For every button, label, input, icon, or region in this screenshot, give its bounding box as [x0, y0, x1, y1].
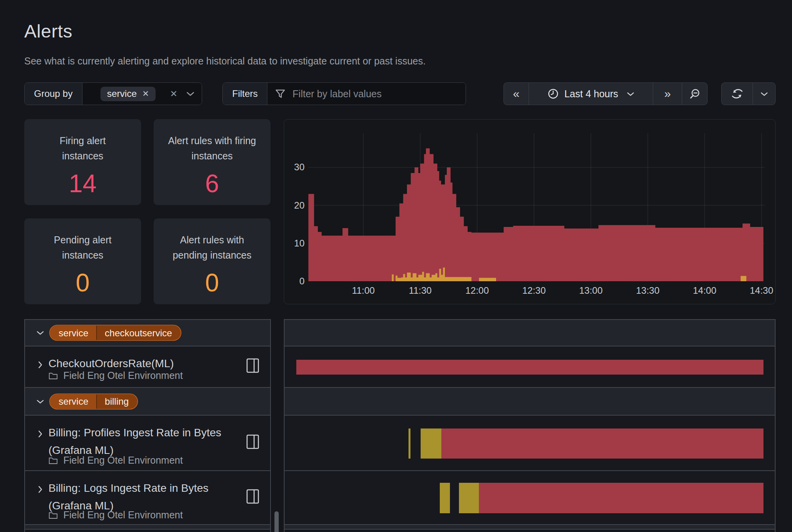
timeline-rule-row[interactable] [285, 471, 775, 525]
clock-icon [547, 88, 559, 100]
time-shift-forward-button[interactable]: » [653, 82, 682, 105]
y-axis-tick-label: 0 [284, 276, 305, 287]
split-columns-icon[interactable] [246, 489, 259, 504]
state-segment-pending[interactable] [459, 483, 479, 513]
x-axis-tick-label: 13:00 [573, 285, 609, 296]
badge-key: service [50, 394, 96, 409]
group-header-checkoutservice[interactable]: service checkoutservice [25, 320, 270, 346]
zoom-out-button[interactable] [682, 82, 708, 105]
stat-panel-firing-instances: Firing alert instances 14 [24, 119, 141, 205]
time-range-picker-button[interactable]: Last 4 hours [529, 82, 653, 105]
state-segment-firing[interactable] [479, 483, 763, 513]
filter-placeholder: Filter by label values [292, 88, 382, 100]
x-axis-tick-label: 11:00 [346, 285, 382, 296]
chevron-down-icon[interactable] [36, 399, 45, 404]
alert-history-area-chart [284, 120, 776, 304]
x-axis-tick-label: 13:30 [630, 285, 666, 296]
group-by-control: Group by service ✕ ✕ [24, 82, 202, 105]
group-by-label: Group by [25, 83, 82, 105]
alert-rule-row[interactable]: CheckoutOrdersRate(ML) Field Eng Otel En… [25, 346, 270, 388]
chevron-down-icon[interactable] [36, 330, 45, 336]
x-axis-tick-label: 11:30 [402, 285, 438, 296]
chip-remove-icon[interactable]: ✕ [142, 89, 149, 98]
time-shift-back-button[interactable]: « [504, 82, 529, 105]
split-columns-icon[interactable] [246, 434, 259, 449]
timeline-group-row [285, 320, 775, 346]
alert-rule-row[interactable]: Billing: Profiles Ingest Rate in Bytes (… [25, 416, 270, 471]
filter-input[interactable]: Filter by label values [267, 83, 466, 105]
group-header-partial [25, 525, 270, 530]
state-segment-firing[interactable] [296, 360, 763, 375]
y-axis-tick-label: 30 [284, 162, 305, 173]
page-subtitle: See what is currently alerting and explo… [24, 55, 426, 67]
folder-icon [48, 511, 58, 519]
split-columns-icon[interactable] [246, 358, 259, 373]
badge-value: billing [96, 394, 137, 409]
chevron-right-icon[interactable] [38, 430, 43, 438]
refresh-interval-button[interactable] [753, 82, 776, 105]
refresh-controls [721, 82, 776, 105]
timeline-rule-row[interactable] [285, 416, 775, 471]
alert-rule-folder: Field Eng Otel Environment [48, 370, 183, 381]
group-header-billing[interactable]: service billing [25, 388, 270, 416]
stat-panel-pending-rules: Alert rules with pending instances 0 [154, 218, 271, 304]
group-by-input[interactable]: service ✕ ✕ [82, 83, 202, 105]
y-axis-tick-label: 20 [284, 200, 305, 211]
funnel-icon [274, 88, 286, 100]
badge-key: service [50, 326, 96, 340]
stat-value: 14 [69, 169, 97, 198]
stat-title: Alert rules with pending instances [167, 232, 257, 263]
filters-control: Filters Filter by label values [222, 82, 466, 105]
chevron-right-icon[interactable] [38, 485, 43, 494]
group-label-badge: service checkoutservice [49, 325, 181, 341]
group-by-chip-label: service [107, 88, 137, 99]
stat-title: Pending alert instances [38, 232, 128, 263]
chevron-right-icon[interactable] [38, 361, 43, 369]
list-scrollbar[interactable] [274, 511, 279, 532]
stat-value: 0 [76, 268, 90, 297]
double-chevron-left-icon: « [513, 88, 520, 100]
timeline-rule-row[interactable] [285, 346, 775, 388]
alerts-page: Alerts See what is currently alerting an… [0, 0, 792, 532]
double-chevron-right-icon: » [664, 88, 671, 100]
timeline-group-row [285, 388, 775, 416]
y-axis-tick-label: 10 [284, 238, 305, 249]
alert-rule-row[interactable]: Billing: Logs Ingest Rate in Bytes (Graf… [25, 471, 270, 525]
page-title: Alerts [24, 20, 72, 42]
alert-history-chart[interactable]: 010203011:0011:3012:0012:3013:0013:3014:… [284, 119, 776, 304]
group-label-badge: service billing [49, 393, 138, 409]
stat-panel-firing-rules: Alert rules with firing instances 6 [154, 119, 271, 205]
x-axis-tick-label: 12:30 [516, 285, 552, 296]
state-segment-pending[interactable] [440, 483, 450, 513]
time-range-label: Last 4 hours [564, 88, 618, 100]
group-by-chip[interactable]: service ✕ [100, 87, 156, 101]
chevron-down-icon [760, 91, 768, 96]
stat-value: 0 [205, 268, 219, 297]
refresh-icon [731, 87, 744, 100]
state-segment-pending[interactable] [421, 428, 441, 459]
badge-value: checkoutservice [96, 326, 181, 340]
refresh-button[interactable] [721, 82, 753, 105]
chevron-down-icon[interactable] [186, 91, 195, 96]
stat-panel-pending-instances: Pending alert instances 0 [24, 218, 141, 304]
alert-rule-title: Billing: Profiles Ingest Rate in Bytes (… [48, 424, 246, 459]
x-axis-tick-label: 14:30 [744, 285, 776, 296]
filters-label: Filters [223, 83, 267, 105]
timeline-group-row [285, 525, 775, 530]
x-axis-tick-label: 12:00 [459, 285, 495, 296]
alert-rule-folder: Field Eng Otel Environment [48, 509, 183, 521]
state-segment-firing[interactable] [441, 428, 763, 459]
x-axis-tick-label: 14:00 [687, 285, 723, 296]
time-range-controls: « Last 4 hours » [504, 82, 708, 105]
clear-all-icon[interactable]: ✕ [170, 89, 177, 99]
alert-rule-list: service checkoutservice CheckoutOrdersRa… [24, 319, 271, 532]
alert-state-timeline [284, 319, 776, 532]
stat-title: Firing alert instances [38, 133, 128, 164]
folder-icon [48, 372, 58, 380]
folder-icon [48, 457, 58, 464]
chevron-down-icon [627, 91, 634, 96]
stat-value: 6 [205, 169, 219, 198]
state-segment-pending[interactable] [409, 428, 410, 459]
magnifier-minus-icon [688, 87, 701, 100]
alert-rule-folder: Field Eng Otel Environment [48, 455, 183, 466]
